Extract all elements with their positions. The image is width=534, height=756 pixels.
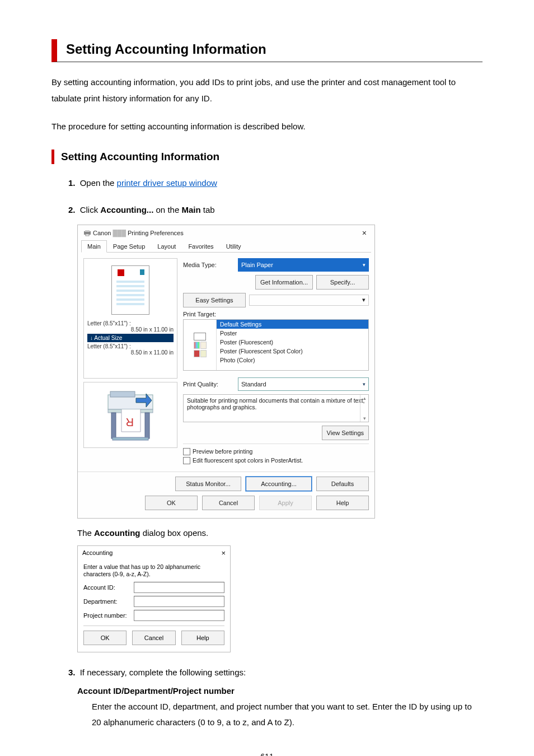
project-number-label: Project number: [83,612,134,619]
preview-letter-2: Letter (8.5"x11") : [87,343,174,349]
tabs: Main Page Setup Layout Favorites Utility [81,240,371,253]
page-title: Setting Accounting Information [66,41,483,57]
printer-icon [83,230,91,236]
step-2b-b: Accounting [94,528,140,538]
tab-main[interactable]: Main [81,240,107,253]
account-id-label: Account ID: [83,584,134,591]
dlg-brand: Canon [93,230,111,236]
accounting-dialog: Accounting × Enter a value that has up t… [77,545,231,652]
description-box: Suitable for printing normal documents t… [183,394,369,422]
specify-button[interactable]: Specify... [316,275,369,290]
step-3: 3. If necessary, complete the following … [68,666,483,730]
printer-illustration-icon: R [102,388,158,442]
svg-rect-8 [113,437,148,440]
dlg2-cancel-button[interactable]: Cancel [132,631,175,645]
step-3-num: 3. [68,668,76,677]
chevron-down-icon: ▾ [363,416,366,421]
print-quality-label: Print Quality: [183,381,235,388]
step-2-b2: Main [181,205,200,214]
media-type-value: Plain Paper [241,262,273,268]
close-icon[interactable]: × [360,228,369,237]
step-2-mid: on the [153,205,181,214]
print-target-label: Print Target: [183,311,369,318]
department-input[interactable] [134,596,224,607]
step-2b-post: dialog box opens. [140,528,209,538]
target-poster[interactable]: Poster [217,329,368,338]
target-poster-fluorescent-spot[interactable]: Poster (Fluorescent Spot Color) [217,347,368,356]
target-default-settings[interactable]: Default Settings [217,320,368,329]
step-2-b1: Accounting... [100,205,153,214]
print-quality-select[interactable]: Standard▾ [238,377,369,391]
preview-checkbox[interactable] [183,448,190,455]
close-icon[interactable]: × [221,549,226,557]
svg-rect-6 [111,413,116,438]
sub-heading-text: Setting Accounting Information [61,151,483,163]
step-1: 1. Open the printer driver setup window [68,176,483,190]
chevron-down-icon: ▾ [363,262,366,268]
ok-button[interactable]: OK [145,496,198,510]
svg-rect-1 [85,230,90,232]
easy-settings-button[interactable]: Easy Settings [183,293,246,307]
step-2-post: tab [201,205,215,214]
dlg2-title-text: Accounting [82,549,113,556]
posterartist-checkbox-label: Edit fluorescent spot colors in PosterAr… [193,457,303,464]
svg-rect-7 [145,413,149,438]
project-number-input[interactable] [134,610,224,621]
scrollbar[interactable]: ▴▾ [360,395,368,422]
apply-button: Apply [259,496,312,510]
media-type-label: Media Type: [183,262,235,268]
target-photo-color[interactable]: Photo (Color) [217,356,368,365]
sub-heading: Setting Accounting Information [51,150,483,164]
printer-preview: R [83,382,177,448]
tab-favorites[interactable]: Favorites [182,240,219,253]
cancel-button[interactable]: Cancel [202,496,255,510]
help-button[interactable]: Help [316,496,369,510]
chevron-down-icon: ▾ [363,381,366,387]
view-settings-button[interactable]: View Settings [322,426,369,440]
page-number: 611 [51,752,483,756]
tab-utility[interactable]: Utility [220,240,247,253]
status-monitor-button[interactable]: Status Monitor... [175,477,241,491]
actual-size-label: Actual Size [94,335,122,341]
preview-size-2: 8.50 in x 11.00 in [87,349,174,356]
dlg-model: ███ [113,230,126,236]
step-3-text: If necessary, complete the following set… [80,668,246,677]
accounting-button[interactable]: Accounting... [246,477,312,491]
tab-layout[interactable]: Layout [151,240,182,253]
dlg2-ok-button[interactable]: OK [83,631,127,645]
printer-driver-link[interactable]: printer driver setup window [117,178,217,188]
intro-paragraph-1: By setting accounting information, you a… [51,74,483,106]
step-2-num: 2. [68,205,76,214]
preview-checkbox-label: Preview before printing [193,448,252,455]
preview-letter-1: Letter (8.5"x11") : [87,320,174,326]
print-target-list[interactable]: Default Settings Poster Poster (Fluoresc… [183,319,369,371]
dlg2-help-button[interactable]: Help [181,631,224,645]
description-text: Suitable for printing normal documents t… [187,397,365,410]
svg-text:R: R [126,416,134,428]
preview-size-1: 8.50 in x 11.00 in [87,326,174,333]
step-1-num: 1. [68,178,76,188]
get-information-button[interactable]: Get Information... [255,275,313,290]
print-quality-value: Standard [241,381,266,388]
chevron-down-icon: ▾ [362,296,366,304]
defaults-button[interactable]: Defaults [316,477,369,491]
svg-rect-2 [86,234,89,236]
field-desc-text: Enter the account ID, department, and pr… [92,699,483,730]
media-type-select[interactable]: Plain Paper▾ [238,258,369,272]
step-2-pre: Click [80,205,101,214]
intro-paragraph-2: The procedure for setting accounting inf… [51,119,483,135]
account-id-input[interactable] [134,582,224,593]
step-2: 2. Click Accounting... on the Main tab C… [68,203,483,652]
posterartist-checkbox[interactable] [183,457,190,464]
chevron-up-icon: ▴ [363,395,366,401]
title-bar: Setting Accounting Information [51,39,483,62]
actual-size-bar: ↓ Actual Size [87,334,174,342]
easy-settings-select[interactable]: ▾ [249,295,369,306]
tab-page-setup[interactable]: Page Setup [107,240,152,253]
page-preview: Letter (8.5"x11") : 8.50 in x 11.00 in ↓… [83,258,177,379]
step-1-pre: Open the [80,178,117,188]
target-poster-fluorescent[interactable]: Poster (Fluorescent) [217,338,368,347]
step-2b-pre: The [77,528,94,538]
dlg-title-tail: Printing Preferences [128,230,184,236]
department-label: Department: [83,598,134,605]
